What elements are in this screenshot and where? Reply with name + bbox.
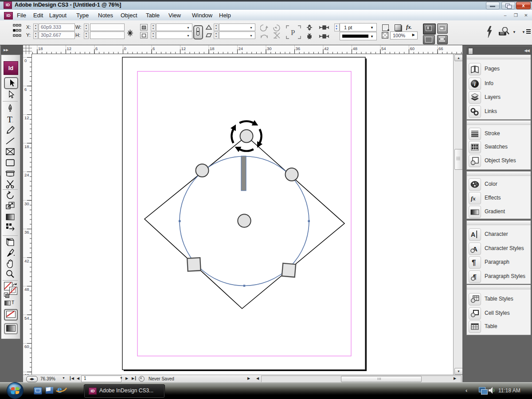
svg-text:30: 30 bbox=[24, 201, 29, 206]
svg-text:fx: fx bbox=[471, 195, 476, 202]
svg-text:6: 6 bbox=[95, 46, 98, 51]
svg-text:36: 36 bbox=[296, 46, 301, 51]
svg-text:12: 12 bbox=[67, 46, 72, 51]
svg-text:12: 12 bbox=[24, 115, 29, 120]
svg-text:A: A bbox=[471, 231, 475, 238]
svg-text:30: 30 bbox=[267, 46, 272, 51]
svg-text:54: 54 bbox=[24, 316, 29, 321]
svg-text:6: 6 bbox=[153, 46, 155, 51]
svg-text:42: 42 bbox=[24, 258, 29, 263]
svg-text:12: 12 bbox=[181, 46, 186, 51]
svg-text:6: 6 bbox=[24, 87, 27, 92]
svg-text:48: 48 bbox=[353, 46, 358, 51]
svg-text:60: 60 bbox=[24, 344, 29, 349]
svg-text:24: 24 bbox=[239, 46, 243, 51]
svg-text:24: 24 bbox=[24, 172, 29, 177]
svg-text:60: 60 bbox=[410, 46, 415, 51]
svg-text:0: 0 bbox=[124, 46, 126, 51]
svg-text:P: P bbox=[291, 28, 295, 37]
svg-text:18: 18 bbox=[210, 46, 215, 51]
svg-text:48: 48 bbox=[24, 287, 29, 292]
svg-text:18: 18 bbox=[38, 46, 43, 51]
svg-text:42: 42 bbox=[324, 46, 329, 51]
svg-text:54: 54 bbox=[381, 46, 386, 51]
svg-text:66: 66 bbox=[438, 46, 443, 51]
svg-text:0: 0 bbox=[24, 58, 27, 63]
svg-text:36: 36 bbox=[24, 230, 29, 235]
svg-text:¶: ¶ bbox=[472, 258, 476, 267]
svg-text:18: 18 bbox=[24, 144, 29, 149]
